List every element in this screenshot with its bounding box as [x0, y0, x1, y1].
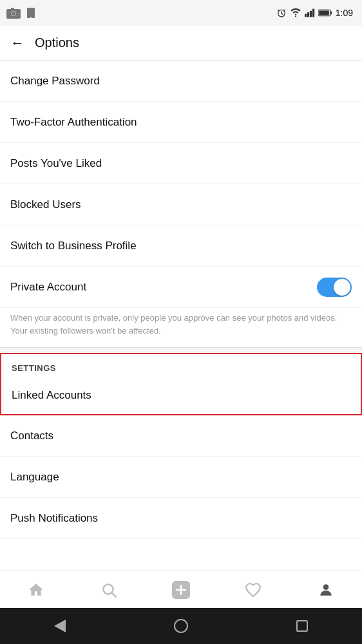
android-back-button[interactable]: [54, 620, 66, 632]
menu-item-blocked-users[interactable]: Blocked Users: [0, 184, 362, 225]
settings-section-header: SETTINGS: [1, 354, 361, 377]
time-display: 1:09: [336, 8, 353, 18]
nav-profile[interactable]: [308, 577, 344, 603]
svg-rect-6: [305, 14, 307, 17]
back-triangle-icon: [54, 620, 66, 632]
menu-item-change-password[interactable]: Change Password: [0, 61, 362, 102]
wifi-icon: [290, 8, 301, 17]
battery-icon: [318, 9, 332, 17]
menu-item-push-notifications[interactable]: Push Notifications: [0, 498, 362, 539]
status-bar-right: 1:09: [276, 8, 353, 18]
svg-point-18: [323, 584, 329, 590]
menu-item-label: Contacts: [10, 430, 53, 442]
android-recent-button[interactable]: [296, 620, 308, 632]
add-icon: [172, 581, 190, 599]
nav-heart[interactable]: [235, 577, 271, 603]
settings-box: SETTINGS Linked Accounts: [0, 353, 362, 415]
recent-square-icon: [296, 620, 308, 632]
back-button[interactable]: ←: [10, 35, 24, 52]
profile-icon: [318, 582, 334, 598]
nav-add[interactable]: [163, 577, 199, 603]
menu-item-label: Language: [10, 471, 59, 484]
svg-rect-9: [312, 9, 314, 17]
svg-rect-7: [307, 12, 309, 17]
toggle-knob: [334, 279, 350, 296]
menu-item-two-factor[interactable]: Two-Factor Authentication: [0, 102, 362, 143]
menu-item-contacts[interactable]: Contacts: [0, 415, 362, 457]
nav-home[interactable]: [18, 577, 54, 603]
private-account-description: When your account is private, only peopl…: [0, 308, 362, 348]
menu-item-label: Two-Factor Authentication: [10, 116, 137, 129]
svg-rect-12: [330, 12, 332, 15]
bottom-nav: [0, 571, 362, 608]
svg-point-5: [295, 15, 296, 17]
search-icon: [100, 582, 117, 598]
alarm-icon: [276, 8, 287, 18]
menu-item-posts-liked[interactable]: Posts You've Liked: [0, 143, 362, 184]
menu-item-label: Posts You've Liked: [10, 157, 102, 170]
svg-line-14: [111, 592, 115, 596]
header: ← Options: [0, 26, 362, 61]
menu-item-label: Switch to Business Profile: [10, 240, 137, 252]
svg-rect-8: [310, 11, 312, 17]
svg-point-2: [12, 12, 15, 15]
menu-item-private-account[interactable]: Private Account: [0, 267, 362, 308]
menu-item-label: Push Notifications: [10, 512, 98, 525]
android-nav-bar: [0, 608, 362, 644]
heart-icon: [245, 582, 262, 598]
phone-icon: [26, 7, 36, 19]
menu-item-label: Blocked Users: [10, 198, 81, 211]
header-title: Options: [35, 35, 79, 50]
nav-search[interactable]: [91, 577, 127, 603]
svg-rect-3: [11, 8, 14, 10]
menu-item-label: Change Password: [10, 75, 100, 88]
menu-item-label: Private Account: [10, 281, 86, 294]
home-icon: [28, 582, 44, 598]
android-home-button[interactable]: [174, 619, 188, 633]
section-divider: [0, 348, 362, 353]
status-bar: 1:09: [0, 0, 362, 26]
signal-icon: [305, 8, 315, 17]
status-bar-left: [6, 7, 36, 19]
svg-rect-11: [319, 10, 329, 15]
private-account-toggle[interactable]: [317, 278, 352, 297]
menu-item-linked-accounts[interactable]: Linked Accounts: [1, 377, 361, 414]
menu-item-switch-business[interactable]: Switch to Business Profile: [0, 225, 362, 267]
photo-icon: [6, 8, 21, 19]
menu-item-language[interactable]: Language: [0, 457, 362, 498]
home-circle-icon: [174, 619, 188, 633]
menu-item-label: Linked Accounts: [12, 389, 91, 402]
